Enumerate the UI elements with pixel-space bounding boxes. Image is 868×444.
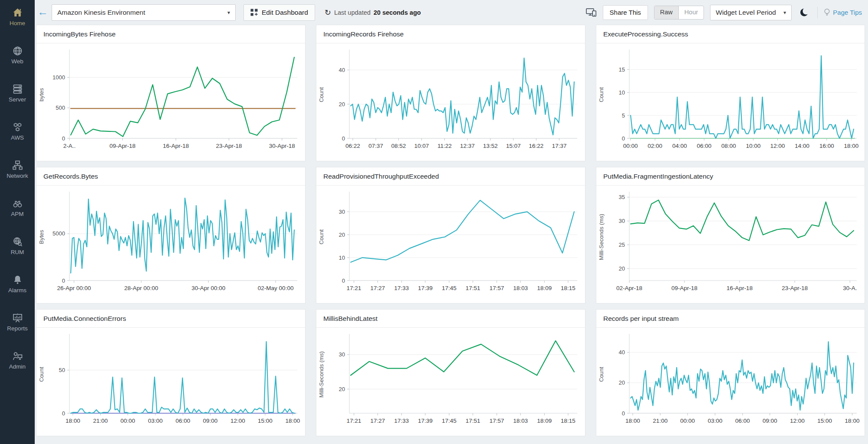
svg-text:17:33: 17:33 bbox=[394, 418, 409, 424]
chart-card: PutMedia.FragmentIngestionLatency 202530… bbox=[596, 167, 865, 304]
sidebar-item-label: AWS bbox=[11, 134, 24, 141]
sidebar-item-home[interactable]: Home bbox=[0, 3, 35, 30]
svg-text:16-Apr-18: 16-Apr-18 bbox=[163, 143, 189, 149]
svg-text:15:07: 15:07 bbox=[506, 143, 521, 149]
svg-text:17:51: 17:51 bbox=[466, 418, 480, 424]
raw-hour-toggle: Raw Hour bbox=[654, 6, 704, 20]
chart-card: MillisBehindLatest 203017:2117:2717:3317… bbox=[316, 309, 585, 436]
last-updated: ↻ Last updated 20 seconds ago bbox=[325, 8, 421, 17]
svg-text:5000: 5000 bbox=[53, 230, 65, 237]
chart-plot[interactable]: 0500026-Apr 00:0028-Apr 00:0030-Apr 00:0… bbox=[36, 186, 305, 305]
apm-icon bbox=[12, 198, 23, 209]
chart-plot[interactable]: 0204018:0021:0000:0003:0006:0009:0012:00… bbox=[596, 328, 865, 437]
svg-text:12:00: 12:00 bbox=[790, 418, 805, 424]
page-tips-link[interactable]: Page Tips bbox=[824, 8, 862, 17]
sidebar-item-web[interactable]: Web bbox=[0, 41, 35, 69]
chart-title: PutMedia.FragmentIngestionLatency bbox=[596, 167, 865, 186]
sidebar-item-admin[interactable]: Admin bbox=[0, 346, 35, 374]
sidebar-item-alarms[interactable]: Alarms bbox=[0, 270, 35, 297]
svg-text:17:37: 17:37 bbox=[552, 143, 567, 149]
chart-plot[interactable]: 050010002-A..09-Apr-1816-Apr-1823-Apr-18… bbox=[36, 43, 305, 163]
sidebar-item-apm[interactable]: APM bbox=[0, 193, 35, 221]
svg-text:15: 15 bbox=[619, 66, 625, 73]
svg-text:06:22: 06:22 bbox=[345, 143, 360, 149]
svg-text:18:00: 18:00 bbox=[625, 418, 640, 424]
svg-text:12:00: 12:00 bbox=[770, 143, 785, 149]
sidebar-item-label: Admin bbox=[9, 363, 26, 370]
edit-dashboard-button[interactable]: Edit Dashboard bbox=[243, 4, 315, 21]
chart-title: IncomingRecords Firehose bbox=[316, 25, 585, 43]
svg-text:15:00: 15:00 bbox=[817, 418, 832, 424]
chart-plot[interactable]: 203017:2117:2717:3317:3917:4517:5117:571… bbox=[316, 328, 585, 437]
chart-card: Records per input stream 0204018:0021:00… bbox=[596, 309, 865, 436]
chart-plot[interactable]: 010203017:2117:2717:3317:3917:4517:5117:… bbox=[316, 186, 585, 305]
svg-text:Bytes: Bytes bbox=[38, 230, 45, 244]
svg-text:16:22: 16:22 bbox=[529, 143, 544, 149]
toggle-option-raw[interactable]: Raw bbox=[654, 6, 679, 19]
dashboard-select[interactable]: Amazon Kinesis Environment ▾ bbox=[52, 4, 236, 21]
svg-text:30: 30 bbox=[339, 351, 345, 358]
widget-level-period-select[interactable]: Widget Level Period ▾ bbox=[710, 5, 792, 20]
svg-text:Count: Count bbox=[318, 87, 325, 102]
svg-text:bytes: bytes bbox=[38, 88, 45, 101]
svg-text:18:03: 18:03 bbox=[513, 285, 528, 291]
svg-text:09:00: 09:00 bbox=[763, 418, 777, 424]
svg-text:0: 0 bbox=[62, 410, 65, 417]
svg-text:10: 10 bbox=[339, 255, 345, 261]
sidebar-item-network[interactable]: Network bbox=[0, 155, 35, 183]
svg-text:17:21: 17:21 bbox=[347, 285, 362, 291]
svg-text:17:57: 17:57 bbox=[490, 418, 504, 424]
svg-text:0: 0 bbox=[62, 135, 65, 142]
svg-text:10:00: 10:00 bbox=[746, 143, 761, 149]
svg-text:18:03: 18:03 bbox=[513, 418, 528, 424]
svg-text:02-Apr-18: 02-Apr-18 bbox=[616, 285, 642, 291]
chart-plot[interactable]: 05101500:0002:0004:0006:0008:0010:0012:0… bbox=[596, 43, 865, 163]
svg-text:10:07: 10:07 bbox=[414, 143, 429, 149]
chart-title: PutMedia.ConnectionErrors bbox=[36, 310, 305, 328]
page-tips-label: Page Tips bbox=[833, 9, 862, 16]
svg-text:15:00: 15:00 bbox=[258, 418, 273, 424]
svg-text:17:27: 17:27 bbox=[370, 285, 385, 291]
toggle-option-hour[interactable]: Hour bbox=[679, 6, 704, 19]
sidebar-item-label: RUM bbox=[11, 249, 24, 255]
chart-plot[interactable]: 2025303502-Apr-1809-Apr-1816-Apr-1823-Ap… bbox=[596, 186, 865, 305]
dark-mode-moon-icon[interactable] bbox=[799, 7, 809, 17]
last-updated-prefix: Last updated bbox=[334, 9, 371, 16]
svg-text:08:00: 08:00 bbox=[721, 143, 736, 149]
svg-text:06:00: 06:00 bbox=[176, 418, 191, 424]
chart-title: ReadProvisionedThroughputExceeded bbox=[316, 167, 585, 186]
svg-text:30-A.: 30-A. bbox=[843, 285, 857, 291]
svg-text:17:51: 17:51 bbox=[466, 285, 480, 291]
lightbulb-icon bbox=[824, 8, 830, 17]
refresh-icon[interactable]: ↻ bbox=[325, 8, 331, 17]
svg-text:Milli-Seconds (ms): Milli-Seconds (ms) bbox=[318, 351, 325, 398]
share-this-button[interactable]: Share This bbox=[603, 5, 648, 20]
svg-text:08:52: 08:52 bbox=[391, 143, 406, 149]
devices-icon[interactable] bbox=[586, 8, 597, 17]
sidebar-item-aws[interactable]: AWS bbox=[0, 117, 35, 145]
svg-text:13:52: 13:52 bbox=[483, 143, 498, 149]
chart-card: ReadProvisionedThroughputExceeded 010203… bbox=[316, 167, 585, 304]
share-this-label: Share This bbox=[610, 9, 641, 16]
svg-text:28-Apr 00:00: 28-Apr 00:00 bbox=[124, 285, 158, 291]
svg-text:30-Apr 00:00: 30-Apr 00:00 bbox=[191, 285, 225, 291]
svg-text:16-Apr-18: 16-Apr-18 bbox=[727, 285, 753, 291]
svg-text:17:21: 17:21 bbox=[347, 418, 362, 424]
svg-text:Count: Count bbox=[38, 367, 45, 382]
svg-text:5: 5 bbox=[622, 112, 625, 119]
back-arrow-icon[interactable]: ← bbox=[37, 7, 48, 17]
chart-title: GetRecords.Bytes bbox=[36, 167, 305, 186]
svg-text:Milli-Seconds (ms): Milli-Seconds (ms) bbox=[598, 214, 605, 260]
svg-text:09-Apr-18: 09-Apr-18 bbox=[109, 143, 135, 149]
sidebar-item-reports[interactable]: Reports bbox=[0, 308, 35, 336]
svg-text:03:00: 03:00 bbox=[148, 418, 163, 424]
chart-plot[interactable]: 0204006:2207:3708:5210:0711:2212:3713:52… bbox=[316, 43, 585, 163]
sidebar-item-rum[interactable]: RUM bbox=[0, 232, 35, 259]
svg-text:0: 0 bbox=[622, 410, 625, 417]
widget-level-period-value: Widget Level Period bbox=[716, 9, 776, 16]
sidebar-item-server[interactable]: Server bbox=[0, 79, 35, 107]
svg-text:17:57: 17:57 bbox=[490, 285, 504, 291]
chart-plot[interactable]: 05018:0021:0000:0003:0006:0009:0012:0015… bbox=[36, 328, 305, 437]
sidebar-item-label: APM bbox=[11, 211, 23, 217]
globe-icon bbox=[12, 45, 23, 57]
